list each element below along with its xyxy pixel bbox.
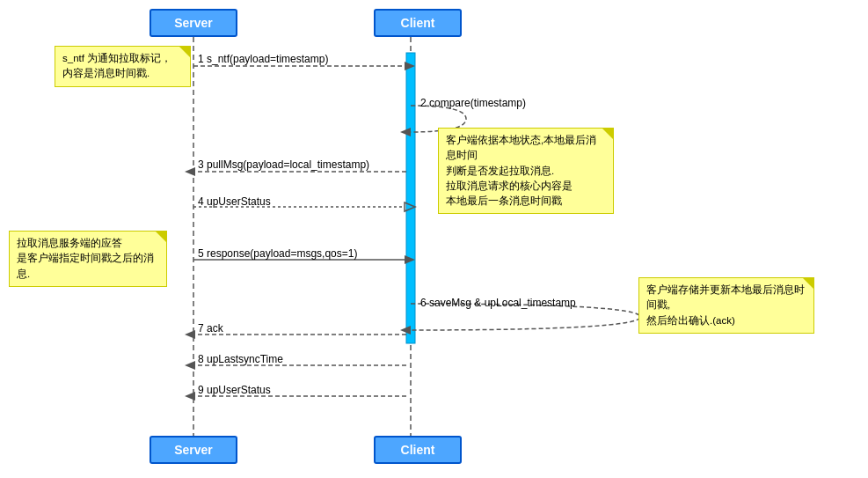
sequence-diagram: Server Client Server Client s_ntf 为通知拉取标… bbox=[0, 0, 868, 478]
msg3-label: 3 pullMsg(payload=local_timestamp) bbox=[198, 158, 369, 171]
svg-marker-14 bbox=[185, 361, 195, 370]
msg1-label: 1 s_ntf(payload=timestamp) bbox=[198, 53, 328, 65]
svg-marker-10 bbox=[405, 255, 415, 264]
note-compare: 客户端依据本地状态,本地最后消息时间判断是否发起拉取消息.拉取消息请求的核心内容… bbox=[438, 128, 614, 214]
svg-marker-17 bbox=[400, 128, 411, 136]
svg-marker-12 bbox=[185, 330, 195, 339]
svg-marker-6 bbox=[185, 167, 195, 176]
msg9-label: 9 upUserStatus bbox=[198, 384, 271, 396]
actor-server-bottom: Server bbox=[150, 436, 237, 464]
svg-marker-4 bbox=[405, 62, 415, 70]
msg4-label: 4 upUserStatus bbox=[198, 195, 271, 208]
svg-marker-18 bbox=[400, 326, 411, 335]
note-sntf: s_ntf 为通知拉取标记，内容是消息时间戳. bbox=[55, 46, 191, 87]
actor-client-bottom: Client bbox=[374, 436, 462, 464]
msg8-label: 8 upLastsyncTime bbox=[198, 353, 283, 365]
note-response: 拉取消息服务端的应答是客户端指定时间戳之后的消息. bbox=[9, 231, 167, 287]
msg5-label: 5 response(payload=msgs,qos=1) bbox=[198, 247, 357, 260]
msg6-label: 6 saveMsg & upLocal_timestamp bbox=[420, 297, 576, 309]
svg-marker-16 bbox=[185, 392, 195, 401]
actor-server-top: Server bbox=[150, 9, 237, 37]
svg-rect-2 bbox=[406, 53, 415, 343]
svg-marker-8 bbox=[405, 202, 415, 211]
msg7-label: 7 ack bbox=[198, 322, 223, 335]
note-savemsg: 客户端存储并更新本地最后消息时间戳,然后给出确认.(ack) bbox=[638, 277, 814, 334]
msg2-label: 2 compare(timestamp) bbox=[420, 97, 526, 109]
actor-client-top: Client bbox=[374, 9, 462, 37]
